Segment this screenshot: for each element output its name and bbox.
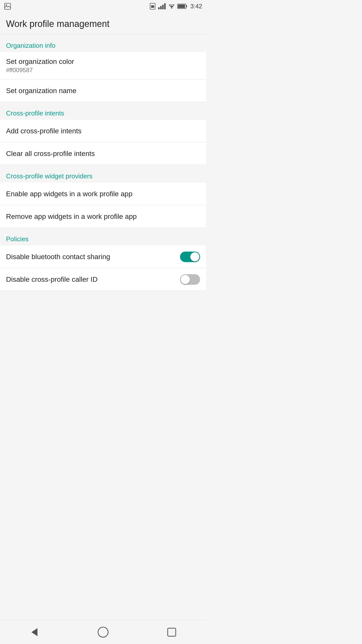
image-icon <box>4 3 11 10</box>
list-item-content-set-org-name: Set organization name <box>6 87 200 95</box>
status-bar-right-icons: 3:42 <box>149 3 202 10</box>
list-item-content-set-org-color: Set organization color #ff009587 <box>6 58 200 74</box>
list-item-disable-cross-profile-caller-id[interactable]: Disable cross-profile caller ID <box>0 268 206 291</box>
svg-rect-3 <box>151 5 154 8</box>
list-item-title-enable-app-widgets: Enable app widgets in a work profile app <box>6 190 200 198</box>
list-item-content-clear-cross-profile-intents: Clear all cross-profile intents <box>6 150 200 158</box>
status-bar: 3:42 <box>0 0 206 13</box>
sim-icon <box>149 3 156 10</box>
svg-point-10 <box>171 8 172 9</box>
toggle-knob-disable-bluetooth <box>190 252 199 261</box>
svg-rect-4 <box>158 7 160 9</box>
svg-rect-5 <box>160 6 162 9</box>
list-item-disable-bluetooth[interactable]: Disable bluetooth contact sharing <box>0 246 206 268</box>
section-org-info: Organization info Set organization color… <box>0 36 206 102</box>
toggle-disable-cross-profile-caller-id[interactable] <box>180 274 200 285</box>
svg-rect-0 <box>5 3 11 9</box>
wifi-icon <box>168 3 175 10</box>
list-item-title-disable-cross-profile-caller-id: Disable cross-profile caller ID <box>6 275 180 284</box>
signal-icon <box>158 3 166 10</box>
svg-rect-7 <box>164 3 166 9</box>
page-header: Work profile management <box>0 13 206 34</box>
section-header-cross-profile-intents: Cross-profile intents <box>0 104 206 120</box>
section-label-policies: Policies <box>6 235 29 243</box>
section-header-org-info: Organization info <box>0 36 206 52</box>
list-item-title-set-org-name: Set organization name <box>6 87 200 95</box>
section-label-cross-profile-intents: Cross-profile intents <box>6 109 64 117</box>
section-header-cross-profile-widget-providers: Cross-profile widget providers <box>0 167 206 183</box>
section-cross-profile-intents: Cross-profile intents Add cross-profile … <box>0 104 206 165</box>
list-item-subtitle-set-org-color: #ff009587 <box>6 67 200 74</box>
list-item-content-disable-cross-profile-caller-id: Disable cross-profile caller ID <box>6 275 180 284</box>
svg-rect-6 <box>162 5 164 9</box>
svg-rect-13 <box>178 5 185 8</box>
section-header-policies: Policies <box>0 230 206 246</box>
toggle-disable-bluetooth[interactable] <box>180 252 200 262</box>
page-title: Work profile management <box>6 19 110 29</box>
list-item-title-add-cross-profile-intents: Add cross-profile intents <box>6 127 200 135</box>
list-item-content-remove-app-widgets: Remove app widgets in a work profile app <box>6 213 200 221</box>
status-bar-left-icons <box>4 3 11 10</box>
section-label-org-info: Organization info <box>6 42 56 49</box>
list-item-set-org-color[interactable]: Set organization color #ff009587 <box>0 52 206 79</box>
list-item-set-org-name[interactable]: Set organization name <box>0 79 206 102</box>
list-item-content-add-cross-profile-intents: Add cross-profile intents <box>6 127 200 135</box>
list-item-content-enable-app-widgets: Enable app widgets in a work profile app <box>6 190 200 198</box>
list-item-title-remove-app-widgets: Remove app widgets in a work profile app <box>6 213 200 221</box>
list-item-clear-cross-profile-intents[interactable]: Clear all cross-profile intents <box>0 142 206 165</box>
list-item-title-disable-bluetooth: Disable bluetooth contact sharing <box>6 253 180 261</box>
list-item-title-set-org-color: Set organization color <box>6 58 200 66</box>
section-cross-profile-widget-providers: Cross-profile widget providers Enable ap… <box>0 167 206 228</box>
svg-point-1 <box>6 5 7 6</box>
toggle-knob-disable-cross-profile-caller-id <box>181 275 190 284</box>
list-item-add-cross-profile-intents[interactable]: Add cross-profile intents <box>0 120 206 142</box>
battery-icon <box>177 3 187 9</box>
list-item-enable-app-widgets[interactable]: Enable app widgets in a work profile app <box>0 183 206 205</box>
status-bar-time: 3:42 <box>190 3 202 10</box>
list-item-content-disable-bluetooth: Disable bluetooth contact sharing <box>6 253 180 261</box>
list-item-remove-app-widgets[interactable]: Remove app widgets in a work profile app <box>0 205 206 228</box>
section-policies: Policies Disable bluetooth contact shari… <box>0 230 206 291</box>
svg-marker-9 <box>170 6 173 8</box>
svg-rect-12 <box>186 5 187 7</box>
section-label-cross-profile-widget-providers: Cross-profile widget providers <box>6 172 93 180</box>
list-item-title-clear-cross-profile-intents: Clear all cross-profile intents <box>6 150 200 158</box>
